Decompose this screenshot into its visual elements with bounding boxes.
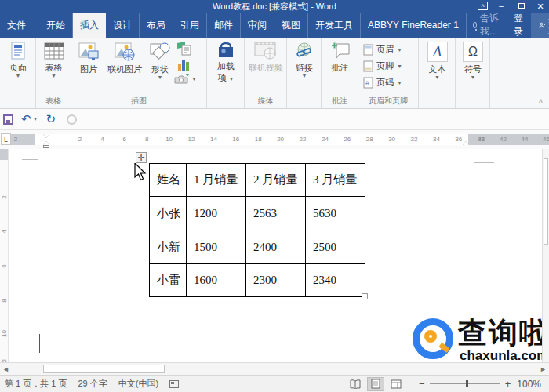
screenshot-button[interactable]: ▼ — [174, 74, 197, 84]
horizontal-ruler[interactable]: 2246810121416182022242628303234363840424… — [11, 134, 549, 145]
dropdown-arrow-icon: ▼ — [458, 75, 488, 80]
maximize-button[interactable] — [514, 2, 529, 11]
read-mode-button[interactable] — [347, 377, 364, 391]
table-cell[interactable]: 2300 — [246, 264, 306, 297]
table-cell[interactable]: 2500 — [306, 230, 365, 264]
tab-developer[interactable]: 开发工具 — [308, 13, 361, 38]
pages-button[interactable]: 页面 ▼ — [2, 42, 34, 78]
table-resize-handle[interactable] — [362, 293, 368, 299]
tab-mailings[interactable]: 邮件 — [207, 13, 241, 38]
ruler-number: 24 — [322, 136, 329, 143]
page-number-button[interactable]: # 页码▼ — [363, 77, 402, 89]
table-cell[interactable]: 2340 — [306, 264, 365, 297]
left-indent-marker[interactable] — [43, 145, 49, 148]
table-move-handle[interactable]: ✛ — [136, 152, 147, 163]
touch-mode-icon[interactable] — [67, 114, 77, 125]
shapes-button[interactable]: 形状 ▼ — [147, 42, 173, 80]
text-button[interactable]: A 文本 ▼ — [423, 42, 452, 80]
collapse-ribbon-icon[interactable]: ˄ — [539, 97, 543, 105]
web-layout-button[interactable] — [387, 377, 405, 391]
footer-label: 页脚 — [376, 60, 394, 72]
horizontal-scrollbar-thumb[interactable] — [43, 365, 165, 373]
right-indent-marker[interactable] — [463, 141, 469, 145]
ruler-number: 2 — [14, 136, 17, 143]
tell-me-box[interactable]: 告诉我... — [466, 13, 506, 38]
ribbon-display-options-icon[interactable]: ˄ — [478, 2, 488, 10]
dropdown-arrow-icon: ▼ — [423, 75, 452, 80]
redo-button[interactable]: ↻ — [46, 112, 56, 126]
table-cell[interactable]: 1500 — [187, 230, 246, 264]
tab-references[interactable]: 引用 — [173, 13, 207, 38]
tab-file[interactable]: 文件 — [0, 13, 33, 38]
online-picture-button[interactable]: 联机图片 — [104, 42, 145, 75]
tab-selector-button[interactable]: L — [1, 133, 11, 145]
zoom-out-button[interactable]: − — [419, 378, 425, 390]
horizontal-scrollbar[interactable]: ◄ ► — [0, 362, 549, 375]
minimize-button[interactable]: – — [494, 2, 508, 11]
online-video-button[interactable]: 联机视频 — [247, 42, 285, 74]
table-cell[interactable]: 5630 — [306, 197, 365, 230]
dropdown-arrow-icon: ▼ — [38, 74, 69, 78]
zoom-slider[interactable] — [430, 383, 500, 384]
vertical-scrollbar-thumb[interactable] — [544, 158, 548, 245]
zoom-percentage[interactable]: 100% — [517, 379, 541, 390]
addins-button[interactable]: 加载 项 ▼ — [210, 42, 242, 84]
header-button[interactable]: 页眉▼ — [363, 44, 402, 56]
smartart-button[interactable] — [176, 42, 191, 56]
picture-icon — [78, 42, 99, 62]
zoom-in-button[interactable]: + — [505, 378, 511, 390]
table-cell[interactable]: 1600 — [187, 264, 246, 297]
vruler-number: 4 — [1, 228, 8, 236]
scroll-left-icon[interactable]: ◄ — [2, 365, 9, 373]
addins-label-line1: 加载 — [210, 60, 242, 72]
sales-table[interactable]: 姓名 1 月销量 2 月销量 3 月销量 小张 1200 2563 5630 小… — [149, 163, 365, 297]
undo-button[interactable]: ↶ — [21, 112, 31, 126]
scroll-right-icon[interactable]: ► — [540, 365, 547, 373]
tab-layout[interactable]: 布局 — [140, 13, 173, 38]
save-button[interactable] — [3, 114, 13, 125]
header-cell[interactable]: 2 月销量 — [246, 164, 306, 197]
table-cell[interactable]: 2563 — [246, 197, 306, 230]
header-cell[interactable]: 1 月销量 — [187, 164, 246, 197]
tab-design[interactable]: 设计 — [106, 13, 140, 38]
ruler-number: 42 — [500, 136, 507, 143]
zoom-slider-thumb[interactable] — [466, 380, 468, 387]
maximize-icon — [518, 3, 525, 9]
sign-in-button[interactable]: 登录 — [506, 12, 531, 38]
macro-record-icon[interactable] — [169, 380, 179, 388]
table-cell[interactable]: 1200 — [187, 197, 246, 230]
word-count[interactable]: 29 个字 — [78, 378, 107, 390]
table-cell[interactable]: 小雷 — [150, 264, 187, 297]
header-cell[interactable]: 3 月销量 — [306, 164, 365, 197]
close-button[interactable]: ✕ — [533, 2, 547, 11]
tab-abbyy[interactable]: ABBYY FineReader 1 — [361, 13, 466, 38]
symbol-button[interactable]: Ω 符号 ▼ — [458, 42, 488, 80]
link-button[interactable]: 链接 ▼ — [289, 42, 319, 78]
read-mode-icon — [350, 379, 361, 389]
first-line-indent-marker[interactable] — [43, 134, 49, 138]
header-cell[interactable]: 姓名 — [150, 164, 187, 197]
language-indicator[interactable]: 中文(中国) — [118, 378, 158, 390]
undo-dropdown-icon[interactable]: ▼ — [33, 117, 38, 122]
picture-button[interactable]: 图片 — [75, 42, 103, 75]
watermark-brand: 查询啦 — [458, 314, 549, 353]
footer-button[interactable]: 页脚▼ — [363, 60, 402, 72]
chart-button[interactable] — [176, 57, 191, 71]
table-cell[interactable]: 2400 — [246, 230, 306, 264]
tab-view[interactable]: 视图 — [274, 13, 308, 38]
print-layout-button[interactable] — [367, 377, 384, 391]
table-button[interactable]: 表格 ▼ — [38, 42, 69, 78]
vertical-scrollbar[interactable] — [542, 149, 549, 362]
page-indicator[interactable]: 第 1 页，共 1 页 — [5, 378, 67, 390]
share-button[interactable]: 共享 — [531, 13, 549, 38]
comment-button[interactable]: 批注 — [325, 42, 355, 74]
footer-icon — [363, 60, 373, 72]
table-cell[interactable]: 小新 — [150, 230, 187, 264]
vertical-ruler[interactable]: 24681012 — [0, 149, 9, 362]
tab-insert[interactable]: 插入 — [73, 13, 106, 38]
tab-home[interactable]: 开始 — [39, 13, 73, 38]
crop-mark-top-right — [474, 162, 494, 163]
tab-review[interactable]: 审阅 — [241, 13, 274, 38]
table-cell[interactable]: 小张 — [150, 197, 187, 230]
title-bar: Word教程.doc [兼容模式] - Word ˄ – ✕ — [0, 0, 549, 13]
